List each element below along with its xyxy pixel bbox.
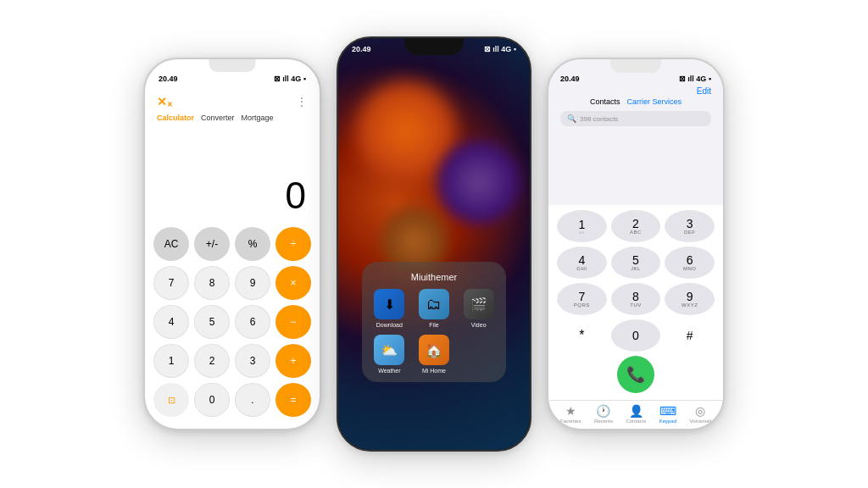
bottom-nav-contacts[interactable]: 👤 Contacts	[626, 404, 646, 424]
contacts-status-icons: ⊠ ıll 4G ▪	[679, 75, 711, 83]
calc-btn-2[interactable]: 2	[194, 344, 230, 378]
calc-btn-8[interactable]: 8	[194, 266, 230, 300]
contacts-notch	[610, 59, 661, 73]
contacts-tab-carrier[interactable]: Carrier Services	[627, 97, 682, 106]
video-icon: 🎬	[464, 289, 494, 319]
bottom-nav-recents-label: Recents	[594, 419, 613, 424]
voicemail-icon: ◎	[695, 404, 705, 418]
keypad-btn-9[interactable]: 9 WXYZ	[665, 283, 715, 315]
contacts-edit-button[interactable]: Edit	[697, 86, 711, 96]
calc-btn-6[interactable]: 6	[235, 305, 270, 339]
calc-btn-4[interactable]: 4	[153, 305, 189, 339]
bottom-nav-favorites-label: Favorites	[560, 419, 581, 424]
contacts-time: 20.49	[560, 75, 580, 83]
mihome-icon: 🏠	[419, 335, 449, 365]
contacts-icon: 👤	[629, 404, 643, 418]
miui-app-download[interactable]: ⬇ Download	[370, 289, 409, 328]
calc-btn-plusminus[interactable]: +/-	[194, 227, 230, 261]
keypad-btn-8[interactable]: 8 TUV	[611, 283, 661, 315]
bottom-nav-contacts-label: Contacts	[626, 419, 646, 424]
call-button[interactable]: 📞	[617, 356, 654, 393]
phone-calculator: 20.49 ⊠ ıll 4G ▪ ✕ₓ ⋮ Calculator Convert…	[143, 58, 321, 430]
calc-btn-multiply[interactable]: ×	[275, 266, 311, 300]
calc-time: 20.49	[159, 75, 178, 83]
miui-app-file[interactable]: 🗂 File	[415, 289, 453, 328]
miui-app-file-label: File	[429, 322, 438, 328]
miui-app-mihome[interactable]: 🏠 Mi Home	[415, 335, 453, 374]
bottom-nav-keypad-label: Keypad	[659, 419, 676, 424]
miui-app-download-label: Download	[376, 322, 403, 328]
calc-tabs: Calculator Converter Mortgage	[145, 110, 320, 127]
contacts-search-bar[interactable]: 🔍 398 contacts	[560, 111, 711, 126]
contacts-list	[548, 130, 723, 205]
calc-btn-3[interactable]: 3	[235, 344, 270, 378]
calc-header: ✕ₓ ⋮	[145, 86, 320, 110]
contacts-nav: Edit	[560, 86, 711, 96]
miui-screen: 20.49 ⊠ ıll 4G ▪ Miuithemer ⬇ Download 🗂…	[338, 38, 530, 450]
keypad-btn-star[interactable]: *	[557, 319, 607, 352]
calc-menu-icon[interactable]: ⋮	[296, 95, 308, 108]
miui-folder[interactable]: Miuithemer ⬇ Download 🗂 File 🎬 Video	[362, 262, 506, 382]
bottom-nav-voicemail[interactable]: ◎ Voicemail	[690, 404, 712, 424]
phone-contacts: 20.49 ⊠ ıll 4G ▪ Edit Contacts Carrier S…	[547, 58, 725, 430]
keypad-btn-6[interactable]: 6 MNO	[665, 247, 715, 279]
keypad-btn-4[interactable]: 4 GHI	[557, 247, 607, 279]
keypad-btn-5[interactable]: 5 JKL	[611, 247, 661, 279]
calc-status-icons: ⊠ ıll 4G ▪	[274, 75, 306, 83]
keypad-btn-2[interactable]: 2 ABC	[611, 210, 661, 242]
contacts-tab-contacts[interactable]: Contacts	[590, 97, 620, 106]
call-icon: 📞	[626, 365, 645, 384]
keypad-btn-0[interactable]: 0	[611, 319, 661, 352]
keypad-grid: 1 ○○ 2 ABC 3 DEF 4 GHI	[557, 210, 715, 352]
miui-time: 20.49	[352, 45, 371, 53]
calc-btn-ac[interactable]: AC	[153, 227, 189, 261]
calc-tab-converter[interactable]: Converter	[201, 114, 235, 122]
contacts-tabs: Contacts Carrier Services	[560, 96, 711, 108]
calc-btn-divide[interactable]: ÷	[275, 227, 311, 261]
keypad-btn-hash[interactable]: #	[665, 319, 715, 352]
calc-btn-percent[interactable]: %	[235, 227, 270, 261]
calc-btn-dot[interactable]: .	[235, 383, 270, 417]
keypad-btn-7[interactable]: 7 PQRS	[557, 283, 607, 315]
calc-btn-5[interactable]: 5	[194, 305, 230, 339]
miui-app-video-label: Video	[471, 322, 487, 328]
calc-tab-calculator[interactable]: Calculator	[157, 114, 194, 122]
miui-notch	[404, 38, 464, 55]
calc-btn-7[interactable]: 7	[153, 266, 189, 300]
calc-tab-mortgage[interactable]: Mortgage	[242, 114, 274, 122]
bottom-nav: ★ Favorites 🕐 Recents 👤 Contacts ⌨ Keypa…	[548, 400, 723, 429]
bottom-nav-recents[interactable]: 🕐 Recents	[594, 404, 613, 424]
miui-app-weather[interactable]: ⛅ Weather	[370, 335, 409, 374]
keypad-area: 1 ○○ 2 ABC 3 DEF 4 GHI	[548, 205, 723, 400]
calc-buttons: AC +/- % ÷ 7 8 9 × 4 5 6 − 1 2 3 + ⊡	[145, 224, 320, 429]
calc-btn-0[interactable]: 0	[194, 383, 230, 417]
calc-btn-9[interactable]: 9	[235, 266, 270, 300]
bottom-nav-keypad[interactable]: ⌨ Keypad	[659, 404, 676, 424]
keypad-btn-3[interactable]: 3 DEF	[665, 210, 715, 242]
keypad-icon: ⌨	[659, 404, 676, 418]
calc-notch	[209, 59, 256, 72]
contacts-search-placeholder: 398 contacts	[580, 115, 618, 123]
calculator-screen: 20.49 ⊠ ıll 4G ▪ ✕ₓ ⋮ Calculator Convert…	[145, 59, 320, 429]
calc-display: 0	[145, 127, 320, 224]
contacts-status-bar: 20.49 ⊠ ıll 4G ▪	[560, 75, 711, 86]
phones-container: 20.49 ⊠ ıll 4G ▪ ✕ₓ ⋮ Calculator Convert…	[0, 0, 868, 488]
calc-btn-subtract[interactable]: −	[275, 305, 311, 339]
miui-orb2	[437, 140, 521, 225]
calc-btn-equals[interactable]: =	[275, 383, 311, 417]
calc-btn-special[interactable]: ⊡	[153, 383, 189, 417]
miui-app-mihome-label: Mi Home	[422, 368, 446, 374]
calc-btn-add[interactable]: +	[275, 344, 311, 378]
weather-icon: ⛅	[374, 335, 404, 365]
bottom-nav-favorites[interactable]: ★ Favorites	[560, 404, 581, 424]
calc-logo: ✕ₓ	[157, 95, 172, 108]
miui-app-video[interactable]: 🎬 Video	[459, 289, 498, 328]
keypad-btn-1[interactable]: 1 ○○	[557, 210, 607, 242]
miui-folder-title: Miuithemer	[370, 272, 498, 282]
bottom-nav-voicemail-label: Voicemail	[690, 419, 712, 424]
miui-background: 20.49 ⊠ ıll 4G ▪ Miuithemer ⬇ Download 🗂…	[338, 38, 530, 450]
contacts-screen: 20.49 ⊠ ıll 4G ▪ Edit Contacts Carrier S…	[548, 59, 723, 429]
file-icon: 🗂	[419, 289, 449, 319]
calc-btn-1[interactable]: 1	[153, 344, 189, 378]
download-icon: ⬇	[374, 289, 404, 319]
